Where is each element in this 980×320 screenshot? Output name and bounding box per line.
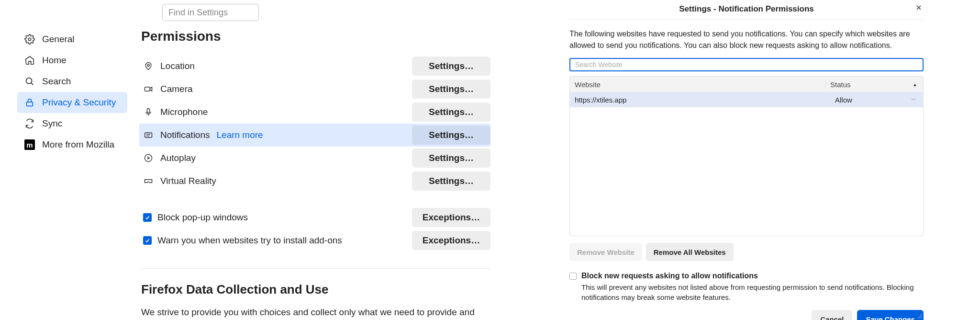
svg-line-18 bbox=[921, 318, 922, 319]
svg-point-1 bbox=[26, 78, 32, 84]
table-cell-status-select[interactable]: Allow ﹀ bbox=[825, 96, 923, 104]
cancel-button[interactable]: Cancel bbox=[812, 310, 852, 320]
svg-rect-5 bbox=[145, 87, 150, 91]
permission-row-location: Location Settings… bbox=[141, 55, 490, 78]
sidebar-item-label: More from Mozilla bbox=[42, 139, 114, 150]
svg-line-2 bbox=[31, 83, 33, 85]
block-popups-row: Block pop-up windows Exceptions… bbox=[141, 206, 490, 229]
svg-rect-3 bbox=[27, 102, 33, 106]
sidebar-item-search[interactable]: Search bbox=[17, 71, 127, 92]
notifications-icon bbox=[143, 130, 154, 140]
permission-label: Microphone bbox=[160, 107, 208, 117]
remove-all-websites-button[interactable]: Remove All Websites bbox=[646, 243, 734, 261]
sidebar-item-general[interactable]: General bbox=[17, 29, 127, 50]
sidebar-item-privacy-security[interactable]: Privacy & Security bbox=[17, 92, 127, 113]
block-popups-checkbox[interactable] bbox=[143, 213, 152, 222]
permission-label: Notifications bbox=[160, 130, 210, 140]
permission-label: Autoplay bbox=[160, 153, 196, 163]
vr-settings-button[interactable]: Settings… bbox=[412, 171, 490, 191]
camera-icon bbox=[143, 84, 154, 94]
block-new-requests-label: Block new requests asking to allow notif… bbox=[581, 272, 758, 280]
table-cell-website: https://xtiles.app bbox=[570, 96, 825, 104]
dialog-description: The following websites have requested to… bbox=[569, 28, 924, 51]
mozilla-icon: m bbox=[24, 139, 35, 150]
permission-row-autoplay: Autoplay Settings… bbox=[141, 147, 490, 170]
resize-grip-icon[interactable] bbox=[916, 312, 923, 319]
gear-icon bbox=[24, 34, 35, 45]
close-icon[interactable] bbox=[914, 3, 924, 12]
table-header-status-label: Status bbox=[830, 80, 851, 89]
table-row[interactable]: https://xtiles.app Allow ﹀ bbox=[570, 92, 923, 107]
sort-ascending-icon: ▲ bbox=[913, 82, 917, 87]
autoplay-settings-button[interactable]: Settings… bbox=[412, 149, 490, 168]
svg-marker-13 bbox=[147, 157, 150, 160]
section-divider bbox=[141, 268, 490, 269]
warn-addons-row: Warn you when websites try to install ad… bbox=[141, 229, 490, 252]
remove-website-button: Remove Website bbox=[569, 243, 642, 261]
microphone-settings-button[interactable]: Settings… bbox=[412, 103, 490, 122]
permission-row-vr: Virtual Reality Settings… bbox=[141, 170, 490, 193]
autoplay-icon bbox=[143, 153, 154, 163]
sidebar-item-label: Home bbox=[42, 55, 67, 66]
chevron-down-icon: ﹀ bbox=[911, 96, 916, 103]
permission-label: Virtual Reality bbox=[160, 176, 216, 186]
block-new-requests-checkbox[interactable] bbox=[569, 273, 577, 280]
camera-settings-button[interactable]: Settings… bbox=[412, 80, 490, 99]
svg-point-4 bbox=[147, 64, 149, 66]
find-in-settings-input[interactable] bbox=[162, 4, 259, 21]
settings-sidebar: General Home Search Privacy & Security S… bbox=[17, 29, 127, 155]
table-header-website[interactable]: Website bbox=[570, 80, 825, 89]
table-header-status[interactable]: Status ▲ bbox=[825, 80, 923, 89]
sidebar-item-label: Privacy & Security bbox=[42, 97, 116, 108]
microphone-icon bbox=[143, 107, 154, 117]
notifications-learn-more-link[interactable]: Learn more bbox=[217, 130, 263, 140]
permission-label: Location bbox=[160, 61, 195, 71]
block-new-requests-description: This will prevent any websites not liste… bbox=[581, 282, 924, 302]
sidebar-item-more-mozilla[interactable]: m More from Mozilla bbox=[17, 134, 127, 155]
svg-rect-9 bbox=[145, 133, 152, 137]
dialog-search-website-input[interactable] bbox=[569, 58, 924, 71]
search-icon bbox=[24, 76, 35, 87]
permission-row-notifications: Notifications Learn more Settings… bbox=[139, 124, 490, 147]
svg-rect-7 bbox=[147, 109, 150, 113]
status-value: Allow bbox=[835, 96, 852, 104]
data-collection-heading: Firefox Data Collection and Use bbox=[141, 282, 490, 297]
sidebar-item-label: General bbox=[42, 34, 75, 45]
save-changes-button[interactable]: Save Changes bbox=[857, 310, 924, 320]
dialog-divider bbox=[569, 19, 924, 20]
warn-addons-exceptions-button[interactable]: Exceptions… bbox=[412, 231, 490, 250]
block-popups-label: Block pop-up windows bbox=[157, 212, 248, 223]
permission-row-camera: Camera Settings… bbox=[141, 78, 490, 101]
notifications-settings-button[interactable]: Settings… bbox=[412, 126, 490, 145]
settings-content: Permissions Location Settings… Camera Se… bbox=[141, 29, 490, 320]
dialog-website-table: Website Status ▲ https://xtiles.app Allo… bbox=[569, 76, 924, 236]
svg-point-0 bbox=[28, 38, 31, 41]
permission-label: Camera bbox=[160, 84, 193, 94]
dialog-title: Settings - Notification Permissions bbox=[679, 4, 814, 14]
lock-icon bbox=[24, 97, 35, 108]
sidebar-item-sync[interactable]: Sync bbox=[17, 113, 127, 134]
location-settings-button[interactable]: Settings… bbox=[412, 57, 490, 76]
warn-addons-checkbox[interactable] bbox=[143, 236, 152, 245]
sidebar-item-home[interactable]: Home bbox=[17, 50, 127, 71]
warn-addons-label: Warn you when websites try to install ad… bbox=[157, 235, 342, 246]
location-icon bbox=[143, 61, 154, 71]
home-icon bbox=[24, 55, 35, 66]
vr-icon bbox=[143, 176, 154, 186]
sidebar-item-label: Search bbox=[42, 76, 71, 87]
permissions-heading: Permissions bbox=[141, 29, 490, 44]
permission-row-microphone: Microphone Settings… bbox=[141, 101, 490, 124]
notification-permissions-dialog: Settings - Notification Permissions The … bbox=[569, 0, 924, 320]
data-collection-body: We strive to provide you with choices an… bbox=[141, 306, 486, 320]
sync-icon bbox=[24, 118, 35, 129]
block-popups-exceptions-button[interactable]: Exceptions… bbox=[412, 208, 490, 227]
sidebar-item-label: Sync bbox=[42, 118, 62, 129]
